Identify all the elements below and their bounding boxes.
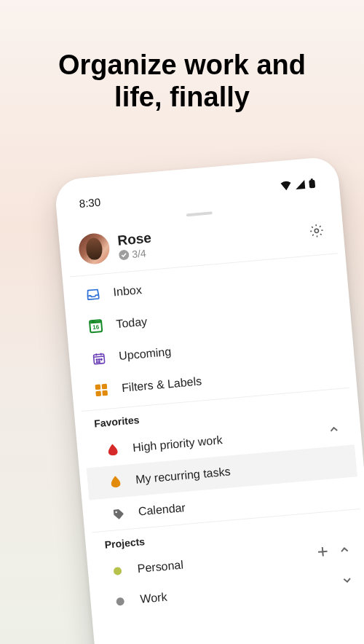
svg-point-6 (98, 358, 100, 360)
status-time: 8:30 (79, 196, 101, 210)
status-bar: 8:30 (62, 164, 333, 216)
svg-rect-10 (95, 384, 101, 390)
user-name: Rose (117, 229, 152, 248)
svg-rect-1 (311, 178, 313, 180)
project-label: Work (140, 591, 167, 606)
wifi-icon (280, 180, 292, 191)
nav-label: Inbox (113, 283, 143, 299)
add-project-button[interactable] (317, 546, 329, 560)
svg-rect-11 (101, 384, 107, 390)
today-icon: 16 (88, 318, 104, 334)
chevron-up-icon[interactable] (339, 544, 350, 558)
svg-point-9 (98, 361, 100, 362)
upcoming-icon (91, 350, 107, 366)
checkmark-circle-icon (119, 249, 130, 260)
svg-point-8 (96, 361, 98, 363)
svg-point-5 (96, 359, 98, 361)
cell-signal-icon (294, 178, 306, 189)
svg-point-7 (100, 358, 102, 360)
tag-icon (110, 506, 126, 522)
settings-button[interactable] (308, 222, 325, 242)
chevron-down-icon[interactable] (342, 574, 353, 588)
svg-rect-0 (309, 179, 315, 188)
drop-icon (108, 474, 124, 490)
project-dot-icon (112, 593, 128, 609)
phone-mockup: 8:30 Rose 3/4 (54, 156, 364, 644)
favorite-label: High priority work (132, 433, 223, 455)
nav-label: Filters & Labels (121, 374, 202, 395)
project-label: Personal (137, 559, 183, 576)
battery-icon (308, 178, 316, 189)
user-progress: 3/4 (119, 246, 154, 261)
status-icons (280, 178, 316, 191)
nav-label: Upcoming (119, 345, 172, 363)
drag-handle[interactable] (186, 211, 213, 216)
filters-icon (93, 382, 109, 398)
headline: Organize work andlife, finally (0, 0, 364, 113)
avatar[interactable] (78, 232, 111, 266)
svg-point-3 (314, 229, 319, 233)
gear-icon (308, 222, 325, 239)
favorite-label: Calendar (138, 501, 186, 519)
nav-label: Today (116, 315, 148, 331)
svg-rect-12 (95, 390, 101, 396)
drop-icon (105, 442, 121, 458)
project-dot-icon (109, 563, 125, 579)
inbox-icon (85, 286, 101, 302)
favorite-label: My recurring tasks (135, 465, 231, 486)
chevron-up-icon[interactable] (329, 423, 340, 437)
svg-rect-13 (102, 390, 108, 396)
